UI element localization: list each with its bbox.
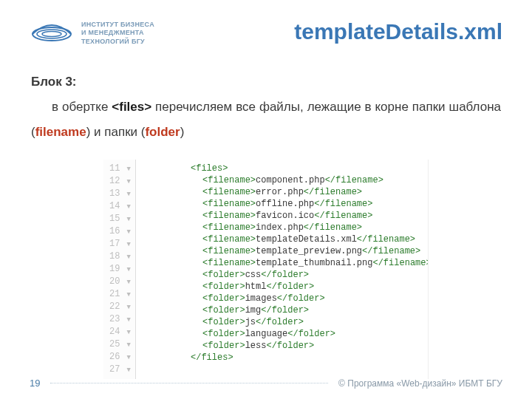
xml-open-tag: <folder> (202, 282, 245, 292)
xml-open-tag: <filename> (202, 246, 256, 256)
xml-open-tag: <folder> (202, 270, 245, 280)
line-number: 16 ▼ (109, 225, 131, 238)
code-line: <folder>html</folder> (143, 281, 420, 293)
code-line: <folder>css</folder> (143, 269, 420, 281)
xml-open-tag: </files> (191, 352, 233, 363)
xml-close-tag: </folder> (256, 317, 304, 327)
xml-text: images (245, 293, 277, 304)
line-number: 18 ▼ (109, 250, 131, 263)
line-number: 20 ▼ (109, 276, 131, 288)
xml-close-tag: </folder> (287, 329, 335, 339)
org-logo (30, 19, 74, 49)
line-number: 25 ▼ (109, 338, 131, 351)
org-line1: ИНСТИТУТ БИЗНЕСА (81, 21, 154, 29)
xml-open-tag: <folder> (202, 317, 245, 327)
line-number: 23 ▼ (109, 313, 131, 326)
code-line: <files> (143, 163, 420, 174)
body-text: Блок 3: в обертке <files> перечисляем вс… (0, 49, 532, 145)
xml-open-tag: <folder> (202, 341, 245, 351)
line-number: 15 ▼ (109, 213, 131, 225)
code-block: 11 ▼12 ▼13 ▼14 ▼15 ▼16 ▼17 ▼18 ▼19 ▼20 ▼… (103, 160, 429, 379)
xml-open-tag: <folder> (202, 329, 245, 339)
xml-text: css (245, 270, 262, 280)
xml-open-tag: <files> (191, 163, 228, 174)
xml-open-tag: <filename> (202, 175, 256, 185)
xml-open-tag: <folder> (202, 293, 245, 304)
xml-open-tag: <folder> (202, 305, 245, 316)
xml-close-tag: </filename> (357, 234, 415, 245)
code-line: <filename>template_thumbnail.png</filena… (143, 257, 420, 269)
code-content: <files><filename>component.php</filename… (136, 160, 428, 379)
xml-open-tag: <filename> (202, 199, 256, 209)
xml-close-tag: </folder> (266, 282, 314, 292)
para-mid2: ) и папки ( (86, 125, 146, 139)
xml-text: img (245, 305, 262, 316)
footer-divider (50, 383, 328, 383)
line-number: 13 ▼ (109, 188, 131, 200)
xml-text: template_preview.png (256, 246, 362, 256)
xml-text: templateDetails.xml (256, 234, 357, 245)
xml-close-tag: </folder> (261, 270, 309, 280)
folder-keyword: folder (145, 125, 180, 139)
code-line: <filename>offline.php</filename> (143, 198, 420, 210)
xml-text: less (245, 341, 267, 351)
xml-close-tag: </filename> (325, 175, 383, 185)
xml-text: offline.php (256, 199, 314, 209)
xml-text: favicon.ico (256, 211, 314, 221)
line-number: 12 ▼ (109, 175, 131, 188)
line-number: 24 ▼ (109, 326, 131, 338)
xml-close-tag: </filename> (314, 199, 372, 209)
xml-close-tag: </filename> (314, 211, 372, 221)
para-end: ) (180, 125, 185, 139)
xml-close-tag: </filename> (362, 246, 420, 256)
code-line: <folder>js</folder> (143, 316, 420, 328)
org-name: ИНСТИТУТ БИЗНЕСА И МЕНЕДЖМЕНТА ТЕХНОЛОГИ… (81, 19, 154, 46)
line-number: 27 ▼ (109, 364, 131, 376)
code-line: <filename>error.php</filename> (143, 186, 420, 198)
line-number: 14 ▼ (109, 200, 131, 213)
code-line: </files> (143, 352, 420, 364)
line-number: 26 ▼ (109, 351, 131, 364)
xml-text: component.php (256, 175, 325, 185)
page-number: 19 (30, 378, 40, 389)
xml-open-tag: <filename> (202, 222, 256, 233)
line-number: 17 ▼ (109, 238, 131, 250)
code-line: <folder>img</folder> (143, 304, 420, 316)
block-label: Блок 3: (31, 69, 501, 95)
xml-text: html (245, 282, 267, 292)
line-number: 21 ▼ (109, 288, 131, 301)
paragraph: в обертке <files> перечисляем все файлы,… (31, 95, 501, 145)
code-line: <filename>templateDetails.xml</filename> (143, 233, 420, 245)
copyright: © Программа «Web-дизайн» ИБМТ БГУ (338, 378, 502, 389)
filename-keyword: filename (35, 125, 86, 139)
code-line: <folder>language</folder> (143, 328, 420, 340)
xml-close-tag: </filename> (372, 258, 428, 268)
svg-point-2 (42, 32, 61, 37)
code-line: <filename>template_preview.png</filename… (143, 245, 420, 257)
code-line: <filename>index.php</filename> (143, 222, 420, 233)
files-keyword: <files> (112, 100, 151, 114)
org-line3: ТЕХНОЛОГИЙ БГУ (81, 38, 154, 46)
code-line: <filename>favicon.ico</filename> (143, 210, 420, 222)
xml-open-tag: <filename> (202, 211, 256, 221)
xml-open-tag: <filename> (202, 234, 256, 245)
code-line: <folder>less</folder> (143, 340, 420, 352)
xml-open-tag: <filename> (202, 258, 256, 268)
header: ИНСТИТУТ БИЗНЕСА И МЕНЕДЖМЕНТА ТЕХНОЛОГИ… (0, 0, 532, 49)
line-number: 11 ▼ (109, 163, 131, 175)
xml-close-tag: </folder> (277, 293, 325, 304)
xml-text: template_thumbnail.png (256, 258, 372, 268)
para-before: в обертке (52, 100, 112, 114)
code-gutter: 11 ▼12 ▼13 ▼14 ▼15 ▼16 ▼17 ▼18 ▼19 ▼20 ▼… (103, 160, 136, 379)
page-title: templateDetails.xml (154, 19, 502, 44)
code-line: <folder>images</folder> (143, 293, 420, 304)
line-number: 22 ▼ (109, 301, 131, 313)
footer: 19 © Программа «Web-дизайн» ИБМТ БГУ (0, 378, 532, 389)
xml-text: index.php (256, 222, 304, 233)
xml-text: language (245, 329, 288, 339)
xml-text: js (245, 317, 256, 327)
org-line2: И МЕНЕДЖМЕНТА (81, 29, 154, 37)
xml-open-tag: <filename> (202, 187, 256, 197)
xml-close-tag: </filename> (304, 222, 362, 233)
code-line: <filename>component.php</filename> (143, 174, 420, 186)
